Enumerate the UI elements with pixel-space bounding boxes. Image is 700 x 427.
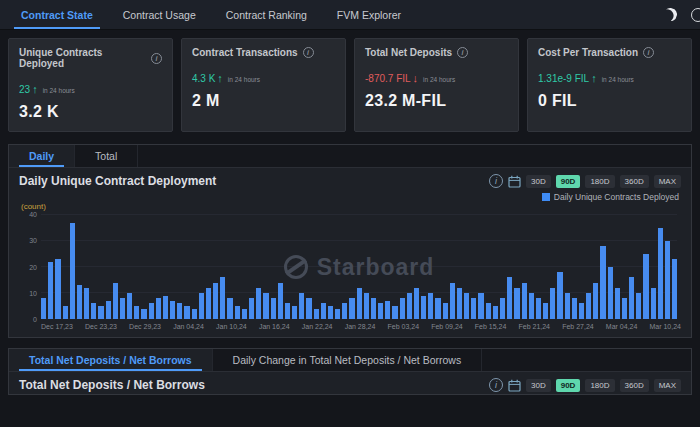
bar[interactable] — [235, 306, 240, 319]
range-button-180d[interactable]: 180D — [585, 175, 614, 188]
bar[interactable] — [349, 298, 354, 319]
tab-daily[interactable]: Daily — [9, 145, 75, 167]
bar[interactable] — [206, 288, 211, 319]
bar[interactable] — [464, 293, 469, 319]
tab-total[interactable]: Total — [75, 145, 138, 167]
bar[interactable] — [127, 293, 132, 319]
bar[interactable] — [392, 306, 397, 319]
bar[interactable] — [435, 298, 440, 319]
bar[interactable] — [629, 277, 634, 319]
nav-tab-contract-ranking[interactable]: Contract Ranking — [211, 0, 322, 29]
bar[interactable] — [314, 309, 319, 319]
info-icon[interactable]: i — [303, 47, 314, 58]
range-button-max[interactable]: MAX — [654, 379, 681, 392]
range-button-90d[interactable]: 90D — [556, 175, 581, 188]
bar[interactable] — [55, 259, 60, 319]
bar[interactable] — [407, 293, 412, 319]
bar[interactable] — [557, 272, 562, 319]
bar[interactable] — [156, 298, 161, 319]
bar[interactable] — [306, 298, 311, 319]
bar[interactable] — [342, 303, 347, 319]
bar[interactable] — [63, 306, 68, 319]
bar[interactable] — [48, 262, 53, 319]
bar[interactable] — [471, 298, 476, 319]
bar[interactable] — [450, 283, 455, 319]
bar[interactable] — [227, 298, 232, 319]
bar[interactable] — [249, 298, 254, 319]
bar[interactable] — [457, 288, 462, 319]
bar[interactable] — [278, 283, 283, 319]
bar[interactable] — [192, 309, 197, 319]
bar[interactable] — [522, 283, 527, 319]
range-button-360d[interactable]: 360D — [620, 175, 649, 188]
bar[interactable] — [220, 277, 225, 319]
range-button-360d[interactable]: 360D — [620, 379, 649, 392]
chart-info-icon[interactable]: i — [489, 378, 503, 392]
bar[interactable] — [199, 293, 204, 319]
bar[interactable] — [486, 303, 491, 319]
bar[interactable] — [672, 259, 677, 319]
bar[interactable] — [622, 298, 627, 319]
info-icon[interactable]: i — [151, 53, 162, 64]
bar[interactable] — [658, 228, 663, 319]
globe-icon[interactable] — [691, 8, 700, 22]
bar[interactable] — [263, 293, 268, 319]
bar[interactable] — [170, 301, 175, 319]
bar[interactable] — [134, 306, 139, 319]
bar[interactable] — [357, 288, 362, 319]
nav-tab-contract-state[interactable]: Contract State — [6, 0, 108, 29]
tab-daily-change-net-deposits[interactable]: Daily Change in Total Net Deposits / Net… — [213, 349, 483, 371]
bar[interactable] — [400, 298, 405, 319]
bar[interactable] — [665, 241, 670, 319]
bar[interactable] — [636, 293, 641, 319]
bar[interactable] — [321, 303, 326, 319]
bar[interactable] — [414, 288, 419, 319]
bar[interactable] — [106, 301, 111, 319]
bar[interactable] — [428, 293, 433, 319]
bar[interactable] — [529, 293, 534, 319]
bar[interactable] — [149, 303, 154, 319]
bar[interactable] — [421, 296, 426, 319]
bar[interactable] — [98, 306, 103, 319]
bar[interactable] — [285, 303, 290, 319]
chart-legend[interactable]: Daily Unique Contracts Deployed — [9, 190, 691, 202]
bar[interactable] — [177, 303, 182, 319]
bar[interactable] — [579, 303, 584, 319]
bar[interactable] — [77, 285, 82, 319]
nav-tab-contract-usage[interactable]: Contract Usage — [108, 0, 211, 29]
bar[interactable] — [213, 283, 218, 319]
bar[interactable] — [600, 246, 605, 319]
tab-total-net-deposits[interactable]: Total Net Deposits / Net Borrows — [9, 349, 213, 371]
bar[interactable] — [565, 293, 570, 319]
bar[interactable] — [91, 303, 96, 319]
bar[interactable] — [292, 306, 297, 319]
info-icon[interactable]: i — [457, 47, 468, 58]
nav-tab-fvm-explorer[interactable]: FVM Explorer — [322, 0, 416, 29]
bar[interactable] — [543, 303, 548, 319]
bar[interactable] — [371, 298, 376, 319]
bar[interactable] — [385, 301, 390, 319]
bar[interactable] — [443, 303, 448, 319]
bar[interactable] — [615, 288, 620, 319]
info-icon[interactable]: i — [643, 47, 654, 58]
bar[interactable] — [184, 306, 189, 319]
range-button-90d[interactable]: 90D — [556, 379, 581, 392]
calendar-icon[interactable] — [508, 379, 521, 392]
bar[interactable] — [493, 306, 498, 319]
bar[interactable] — [113, 283, 118, 319]
bar[interactable] — [643, 254, 648, 319]
bar[interactable] — [120, 298, 125, 319]
bar[interactable] — [335, 309, 340, 319]
bar[interactable] — [651, 288, 656, 319]
range-button-30d[interactable]: 30D — [526, 379, 551, 392]
bar[interactable] — [507, 277, 512, 319]
bar[interactable] — [242, 309, 247, 319]
range-button-180d[interactable]: 180D — [585, 379, 614, 392]
dark-mode-moon-icon[interactable] — [663, 7, 679, 23]
bar[interactable] — [536, 298, 541, 319]
chart-info-icon[interactable]: i — [489, 174, 503, 188]
bar[interactable] — [141, 309, 146, 319]
bar[interactable] — [572, 298, 577, 319]
bar[interactable] — [271, 298, 276, 319]
bar[interactable] — [586, 293, 591, 319]
